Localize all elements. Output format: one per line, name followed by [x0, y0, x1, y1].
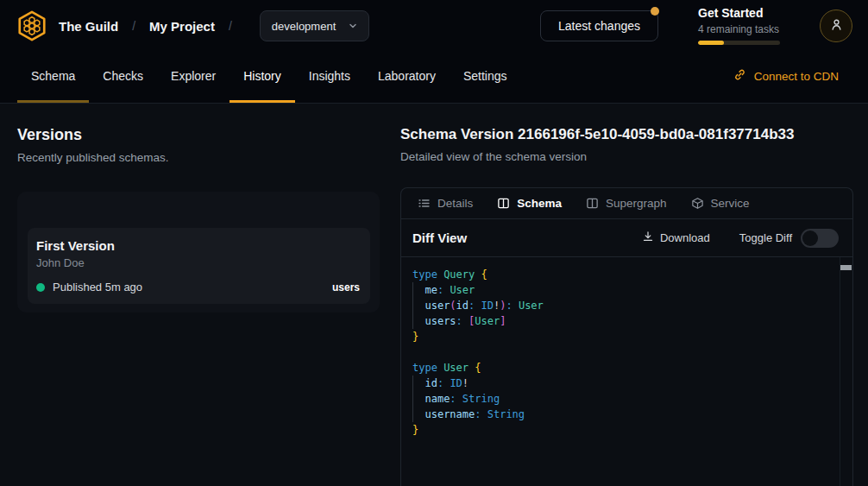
app-root: The Guild / My Project / development Lat…	[0, 0, 868, 486]
guild-logo-icon[interactable]	[16, 9, 48, 42]
columns-icon	[586, 197, 599, 210]
person-icon	[829, 17, 844, 35]
published-status-text: Published 5m ago	[53, 281, 142, 293]
environment-value: development	[272, 20, 336, 33]
nav-tabs: SchemaChecksExplorerHistoryInsightsLabor…	[0, 52, 521, 103]
notification-dot-icon	[651, 7, 659, 16]
header-actions: Latest changes Get Started 4 remaining t…	[540, 7, 852, 44]
project-name[interactable]: My Project	[149, 19, 215, 34]
latest-changes-label: Latest changes	[558, 19, 640, 33]
version-card[interactable]: First Version John Doe Published 5m ago …	[28, 228, 370, 304]
schema-version-section: Schema Version 2166196f-5e10-4059-bd0a-0…	[400, 104, 853, 486]
top-block: The Guild / My Project / development Lat…	[0, 0, 868, 104]
tab-label: Supergraph	[606, 197, 667, 210]
code-line: user(id: ID!): User	[401, 298, 840, 313]
nav-tab-insights[interactable]: Insights	[295, 52, 364, 103]
connect-cdn-link[interactable]: Connect to CDN	[733, 52, 839, 100]
code-line	[401, 344, 840, 360]
chevron-down-icon	[348, 21, 358, 31]
link-icon	[733, 68, 746, 84]
version-name: First Version	[36, 238, 360, 253]
tab-service[interactable]: Service	[691, 197, 750, 210]
latest-changes-button[interactable]: Latest changes	[540, 10, 658, 41]
code-line: }	[401, 422, 840, 438]
nav-tab-explorer[interactable]: Explorer	[157, 52, 230, 103]
download-icon	[642, 230, 654, 245]
nav-tab-history[interactable]: History	[230, 52, 295, 103]
main-nav: SchemaChecksExplorerHistoryInsightsLabor…	[0, 52, 868, 103]
version-status-row: Published 5m ago users	[36, 281, 360, 293]
scrollbar-thumb[interactable]	[840, 265, 852, 270]
breadcrumb-separator: /	[229, 19, 232, 33]
versions-subtitle: Recently published schemas.	[17, 151, 380, 164]
code-line: type Query {	[401, 267, 840, 282]
breadcrumb-separator: /	[132, 19, 135, 33]
code-line: name: String	[401, 391, 840, 407]
progress-fill	[698, 41, 724, 45]
breadcrumb: The Guild / My Project / development	[16, 9, 369, 42]
org-name[interactable]: The Guild	[59, 19, 118, 34]
toggle-diff-switch[interactable]	[801, 229, 839, 248]
nav-tab-checks[interactable]: Checks	[89, 52, 157, 103]
versions-title: Versions	[17, 126, 380, 144]
download-label: Download	[660, 231, 710, 244]
versions-list-card: First Version John Doe Published 5m ago …	[17, 192, 380, 312]
schema-code-block[interactable]: type Query { me: User user(id: ID!): Use…	[401, 257, 840, 486]
get-started-subtitle: 4 remaining tasks	[698, 23, 780, 35]
top-header: The Guild / My Project / development Lat…	[0, 0, 868, 52]
detail-tabs: DetailsSchemaSupergraphService	[401, 188, 852, 219]
version-author: John Doe	[36, 256, 360, 269]
tab-label: Details	[437, 197, 473, 210]
list-icon	[418, 197, 431, 210]
switch-knob	[802, 230, 818, 246]
get-started-title: Get Started	[698, 7, 780, 20]
code-line: }	[401, 329, 840, 344]
code-line: username: String	[401, 407, 840, 422]
avatar[interactable]	[820, 9, 852, 42]
nav-tab-settings[interactable]: Settings	[450, 52, 521, 103]
service-badge: users	[332, 281, 360, 293]
toggle-diff-label: Toggle Diff	[739, 231, 792, 244]
progress-bar	[698, 41, 780, 45]
get-started-widget[interactable]: Get Started 4 remaining tasks	[698, 7, 780, 44]
diff-view-title: Diff View	[412, 230, 467, 245]
code-line: id: ID!	[401, 376, 840, 391]
diff-view-header: Diff View Download Toggle Diff	[401, 219, 852, 257]
schema-version-subtitle: Detailed view of the schema version	[400, 150, 853, 163]
tab-schema[interactable]: Schema	[497, 197, 562, 210]
code-line: type User {	[401, 360, 840, 376]
cube-icon	[691, 197, 704, 210]
environment-dropdown[interactable]: development	[260, 10, 369, 41]
tab-details[interactable]: Details	[418, 197, 473, 210]
code-line: me: User	[401, 282, 840, 298]
diff-actions: Download Toggle Diff	[642, 229, 839, 248]
tab-supergraph[interactable]: Supergraph	[586, 197, 667, 210]
tab-label: Schema	[517, 197, 562, 210]
schema-version-panel: DetailsSchemaSupergraphService Diff View…	[400, 187, 853, 486]
code-line: users: [User]	[401, 313, 840, 329]
versions-section: Versions Recently published schemas. Fir…	[17, 104, 380, 312]
code-scrollbar[interactable]	[840, 257, 852, 486]
connect-cdn-label: Connect to CDN	[754, 70, 839, 83]
schema-version-title: Schema Version 2166196f-5e10-4059-bd0a-0…	[400, 126, 853, 143]
nav-tab-laboratory[interactable]: Laboratory	[364, 52, 450, 103]
tab-label: Service	[711, 197, 750, 210]
published-status-dot-icon	[36, 283, 45, 292]
download-button[interactable]: Download	[642, 230, 710, 245]
columns-icon	[497, 197, 510, 210]
nav-tab-schema[interactable]: Schema	[17, 52, 89, 103]
